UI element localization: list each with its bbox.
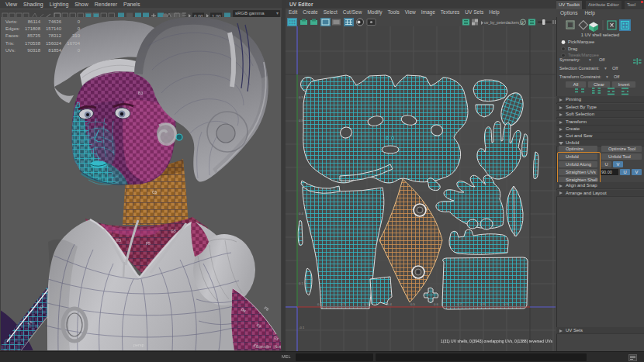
svg-text:0.3: 0.3 bbox=[364, 302, 369, 306]
svg-text:0.8: 0.8 bbox=[480, 302, 485, 306]
svg-text:0.4: 0.4 bbox=[299, 212, 303, 215]
svg-text:0.7: 0.7 bbox=[457, 302, 462, 306]
svg-text:C5: C5 bbox=[152, 190, 158, 195]
svg-text:0.5: 0.5 bbox=[410, 302, 415, 306]
svg-text:0.1: 0.1 bbox=[317, 302, 322, 306]
svg-text:Controller: Controller bbox=[256, 345, 272, 349]
svg-text:0.4: 0.4 bbox=[387, 302, 392, 306]
svg-text:E5: E5 bbox=[116, 238, 121, 243]
svg-text:0.9: 0.9 bbox=[504, 302, 508, 306]
svg-text:0.1: 0.1 bbox=[299, 281, 303, 285]
svg-text:0.6: 0.6 bbox=[434, 302, 438, 306]
svg-text:B3: B3 bbox=[138, 91, 144, 95]
svg-text:None: None bbox=[275, 345, 281, 349]
svg-text:0.8: 0.8 bbox=[299, 119, 303, 122]
svg-text:0.2: 0.2 bbox=[341, 302, 345, 306]
svg-text:F5: F5 bbox=[146, 241, 151, 246]
svg-text:-0.1: -0.1 bbox=[299, 326, 305, 329]
svg-text:uv_by_peterdackers_1: uv_by_peterdackers_1 bbox=[484, 20, 524, 25]
svg-text:persp: persp bbox=[133, 343, 144, 347]
svg-text:0.9: 0.9 bbox=[299, 95, 303, 99]
svg-text:G5: G5 bbox=[171, 229, 176, 233]
